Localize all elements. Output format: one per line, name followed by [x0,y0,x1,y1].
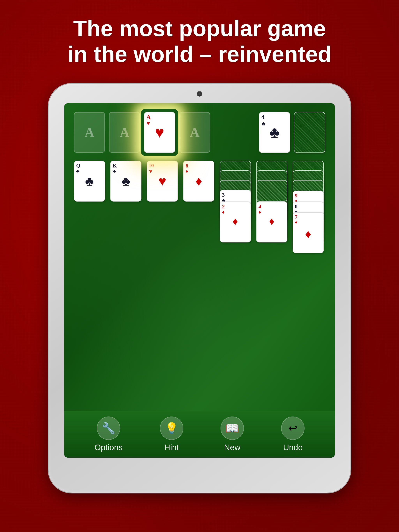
new-icon: 📖 [220,417,244,440]
tableau-card[interactable]: K ♣ ♣ [110,161,142,202]
tableau-card[interactable]: 2 ♦ ♦ [220,202,251,242]
options-icon: 🔧 [97,417,120,440]
tableau-card[interactable]: 7 ♦ ♦ [293,212,324,253]
game-screen[interactable]: A A A ♥ ♥ A 4 ♣ ♣ [64,103,335,458]
tableau-col-1: Q ♣ ♣ [74,161,106,434]
foundation-area: A A A ♥ ♥ A 4 ♣ ♣ [74,111,325,154]
undo-icon: ↩ [281,417,304,440]
undo-label: Undo [283,443,302,452]
foundation-slot-1[interactable]: A [74,112,105,153]
tablet-camera [197,91,202,97]
tableau-col-3: 10 ♥ ♥ [147,161,179,434]
stock-deck[interactable] [294,112,325,153]
options-button[interactable]: 🔧 Options [95,417,123,452]
options-label: Options [95,443,123,452]
headline-line2: in the world – reinvented [16,41,383,67]
tableau-card[interactable]: Q ♣ ♣ [74,161,105,202]
new-label: New [224,443,240,452]
undo-button[interactable]: ↩ Undo [281,417,304,452]
tableau-card[interactable]: 8 ♦ ♦ [183,161,214,202]
hint-label: Hint [164,443,179,452]
foundation-slot-3[interactable]: A [179,112,210,153]
tableau-col-6: 4 ♦ ♦ [256,161,289,434]
tablet-frame: A A A ♥ ♥ A 4 ♣ ♣ [49,84,350,493]
tableau-col-5: 3 ♣ 2 ♦ ♦ [220,161,252,434]
tableau-card[interactable]: 4 ♦ ♦ [256,202,287,242]
tableau-area: Q ♣ ♣ K ♣ ♣ 10 ♥ ♥ [74,161,325,434]
hint-button[interactable]: 💡 Hint [160,417,183,452]
new-button[interactable]: 📖 New [220,417,244,452]
tableau-col-4: 8 ♦ ♦ [183,161,216,434]
tableau-card[interactable]: 10 ♥ ♥ [147,161,178,202]
headline: The most popular game in the world – rei… [0,8,399,67]
foundation-slot-2[interactable]: A [109,112,140,153]
stock-top-card[interactable]: 4 ♣ ♣ [259,112,290,153]
ace-hearts-card: A ♥ ♥ [144,112,175,153]
game-toolbar: 🔧 Options 💡 Hint 📖 New ↩ Undo [64,411,335,458]
ace-hearts-glow-container: A ♥ ♥ [144,112,175,153]
tableau-col-7: 9 ♦ 8 ♠ 7 ♦ ♦ [293,161,325,434]
headline-line1: The most popular game [16,16,383,41]
hint-icon: 💡 [160,417,183,440]
tableau-col-2: K ♣ ♣ [110,161,143,434]
